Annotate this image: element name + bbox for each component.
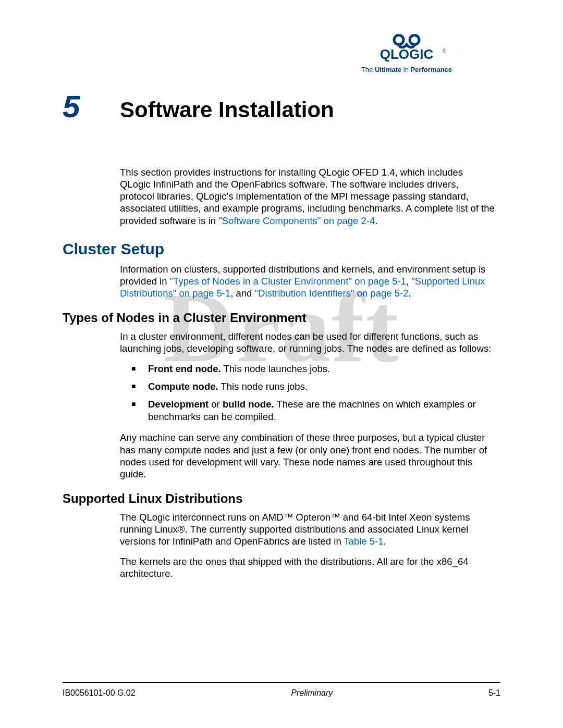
node-types-list: Front end node. This node launches jobs.…	[131, 363, 495, 423]
heading-cluster-setup: Cluster Setup	[63, 240, 495, 258]
qlogic-icon: QLOGIC ®	[368, 31, 446, 63]
intro-paragraph: This section provides instructions for i…	[120, 166, 495, 227]
svg-text:®: ®	[443, 48, 446, 54]
svg-point-1	[410, 35, 419, 45]
chapter-title: Software Installation	[120, 97, 334, 122]
footer-divider	[63, 682, 500, 683]
types-nodes-outro: Any machine can serve any combination of…	[120, 431, 495, 480]
brand-tagline: The Ultimate in Performance	[354, 66, 459, 73]
brand-logo: QLOGIC ® The Ultimate in Performance	[354, 31, 459, 73]
footer-page-number: 5-1	[488, 688, 500, 698]
link-table-5-1[interactable]: Table 5-1	[344, 536, 384, 547]
heading-types-of-nodes: Types of Nodes in a Cluster Environment	[63, 311, 495, 325]
svg-point-0	[394, 35, 403, 45]
chapter-number: 5	[63, 89, 120, 125]
link-distribution-identifiers[interactable]: "Distribution Identifiers" on page 5-2	[255, 288, 409, 299]
link-types-nodes[interactable]: "Types of Nodes in a Cluster Environment…	[170, 276, 406, 287]
footer-doc-id: IB0056101-00 G.02	[63, 688, 136, 698]
supported-distros-p2: The kernels are the ones that shipped wi…	[120, 556, 495, 579]
link-software-components[interactable]: "Software Components" on page 2-4	[218, 215, 375, 226]
list-item: Development or build node. These are the…	[131, 398, 495, 423]
list-item: Compute node. This node runs jobs.	[131, 380, 495, 393]
cluster-setup-paragraph: Information on clusters, supported distr…	[120, 263, 495, 299]
list-item: Front end node. This node launches jobs.	[131, 363, 495, 375]
supported-distros-p1: The QLogic interconnect runs on AMD™ Opt…	[120, 511, 495, 547]
footer-status: Preliminary	[291, 688, 333, 698]
heading-supported-distros: Supported Linux Distributions	[63, 491, 495, 506]
svg-text:QLOGIC: QLOGIC	[380, 46, 434, 62]
types-nodes-intro: In a cluster environment, different node…	[120, 330, 495, 354]
